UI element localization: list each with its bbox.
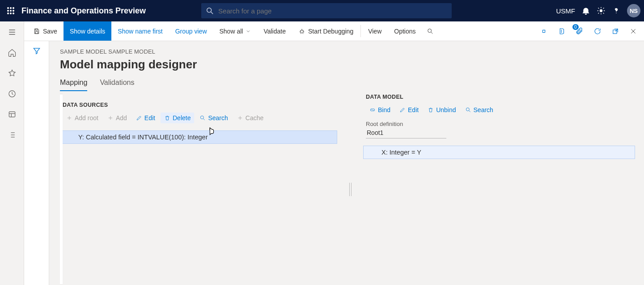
pencil-icon [136, 115, 142, 121]
ds-search-button[interactable]: Search [196, 113, 231, 123]
global-search[interactable] [201, 3, 452, 18]
plus-icon [237, 115, 243, 121]
svg-point-7 [10, 13, 11, 14]
refresh-icon[interactable] [589, 23, 606, 39]
breadcrumb: SAMPLE MODEL SAMPLE MODEL [60, 48, 635, 55]
filter-column[interactable] [24, 41, 49, 285]
command-bar: Save Show details Show name first Group … [24, 21, 644, 41]
help-icon[interactable] [612, 6, 621, 15]
group-view-button[interactable]: Group view [169, 21, 213, 41]
data-sources-title: DATA SOURCES [63, 102, 337, 108]
svg-point-9 [207, 8, 212, 13]
plus-icon [107, 115, 114, 121]
chevron-down-icon [246, 29, 251, 34]
company-code[interactable]: USMF [556, 7, 576, 15]
plus-icon [66, 115, 72, 121]
add-button[interactable]: Add [104, 113, 131, 123]
filter-icon [32, 46, 41, 55]
nav-menu-icon[interactable] [3, 24, 21, 40]
trash-icon [164, 115, 170, 121]
svg-point-38 [201, 116, 204, 119]
bind-button[interactable]: Bind [366, 105, 394, 115]
tab-mapping[interactable]: Mapping [60, 76, 87, 91]
search-icon [206, 7, 214, 15]
svg-point-2 [13, 7, 14, 8]
cache-button[interactable]: Cache [233, 113, 267, 123]
save-label: Save [43, 28, 57, 35]
save-icon [33, 28, 40, 35]
link-icon [369, 107, 376, 113]
attachment-count: 0 [572, 24, 579, 30]
open-office-icon[interactable] [554, 23, 570, 39]
svg-point-11 [600, 10, 602, 12]
data-model-title: DATA MODEL [366, 94, 635, 100]
svg-point-8 [13, 13, 14, 14]
unbind-button[interactable]: Unbind [424, 105, 459, 115]
show-all-dropdown[interactable]: Show all [213, 21, 258, 41]
settings-icon[interactable] [597, 6, 606, 15]
dm-search-button[interactable]: Search [462, 105, 497, 115]
search-icon [199, 115, 206, 121]
root-definition-value[interactable]: Root1 [366, 128, 446, 138]
svg-point-5 [13, 10, 14, 11]
show-name-first-button[interactable]: Show name first [111, 21, 169, 41]
expand-data-source-types[interactable] [60, 94, 63, 285]
close-icon[interactable] [625, 23, 641, 39]
nav-favorites-icon[interactable] [3, 65, 21, 81]
svg-point-29 [428, 29, 431, 32]
validate-button[interactable]: Validate [257, 21, 292, 41]
add-root-button[interactable]: Add root [63, 113, 102, 123]
show-details-button[interactable]: Show details [64, 21, 111, 41]
nav-home-icon[interactable] [3, 45, 21, 61]
options-menu[interactable]: Options [388, 21, 422, 41]
search-icon [465, 107, 471, 113]
app-launcher-icon[interactable] [4, 7, 18, 15]
find-button[interactable] [422, 21, 438, 41]
svg-point-12 [616, 13, 617, 13]
nav-recent-icon[interactable] [3, 86, 21, 102]
popout-icon[interactable] [607, 23, 623, 39]
svg-point-28 [301, 30, 304, 33]
start-debugging-button[interactable]: Start Debugging [292, 21, 360, 41]
svg-rect-27 [35, 31, 38, 34]
svg-rect-17 [9, 112, 15, 117]
pane-splitter[interactable] [346, 94, 354, 285]
svg-point-0 [7, 7, 8, 8]
svg-point-3 [7, 10, 8, 11]
user-avatar[interactable]: NS [627, 4, 640, 17]
global-search-input[interactable] [217, 7, 447, 15]
data-model-row[interactable]: X: Integer = Y [363, 146, 635, 159]
svg-point-42 [466, 108, 469, 111]
notifications-icon[interactable] [581, 6, 590, 15]
svg-line-10 [211, 12, 213, 14]
edit-button[interactable]: Edit [132, 113, 159, 123]
tab-validations[interactable]: Validations [100, 76, 134, 91]
pencil-icon [399, 107, 406, 113]
svg-line-30 [431, 32, 432, 34]
dm-edit-button[interactable]: Edit [396, 105, 422, 115]
svg-point-6 [7, 13, 8, 14]
view-menu[interactable]: View [362, 21, 388, 41]
nav-modules-icon[interactable] [3, 127, 21, 143]
attachments-icon[interactable]: 0 [572, 23, 588, 39]
save-button[interactable]: Save [27, 21, 64, 41]
debug-icon [298, 28, 305, 35]
data-source-row[interactable]: Y: Calculated field = INTVALUE(100): Int… [60, 130, 337, 144]
search-icon [427, 28, 434, 35]
navigation-rail [0, 21, 24, 285]
svg-point-4 [10, 10, 11, 11]
nav-workspaces-icon[interactable] [3, 106, 21, 122]
root-definition-label: Root definition [366, 121, 635, 127]
svg-line-39 [203, 119, 205, 120]
trash-icon [428, 107, 434, 113]
svg-line-43 [469, 111, 470, 112]
ext-link-icon[interactable] [536, 23, 552, 39]
delete-button[interactable]: Delete [161, 113, 194, 123]
svg-rect-26 [35, 29, 38, 30]
page-title: Model mapping designer [60, 58, 635, 71]
svg-point-1 [10, 7, 11, 8]
pointer-cursor-icon [207, 127, 216, 138]
app-title: Finance and Operations Preview [21, 6, 146, 16]
